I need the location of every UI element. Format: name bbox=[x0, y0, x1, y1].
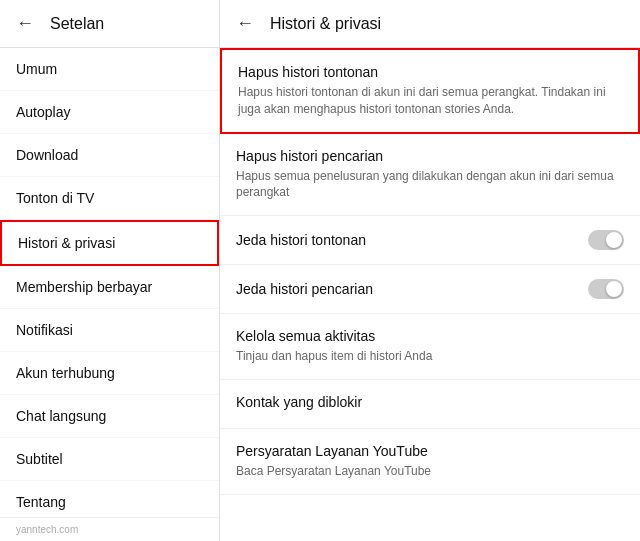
nav-item-akun-terhubung[interactable]: Akun terhubung bbox=[0, 352, 219, 395]
setting-jeda-histori-tontonan[interactable]: Jeda histori tontonan bbox=[220, 216, 640, 265]
right-header: ← Histori & privasi bbox=[220, 0, 640, 48]
left-header: ← Setelan bbox=[0, 0, 219, 48]
left-back-arrow[interactable]: ← bbox=[16, 13, 34, 34]
setting-title-kontak-diblokir: Kontak yang diblokir bbox=[236, 394, 624, 410]
setting-kontak-diblokir[interactable]: Kontak yang diblokir bbox=[220, 380, 640, 429]
setting-desc-persyaratan: Baca Persyaratan Layanan YouTube bbox=[236, 463, 624, 480]
setting-hapus-histori-pencarian[interactable]: Hapus histori pencarian Hapus semua pene… bbox=[220, 134, 640, 217]
setting-title-hapus-tontonan: Hapus histori tontonan bbox=[238, 64, 622, 80]
nav-item-tonton-di-tv[interactable]: Tonton di TV bbox=[0, 177, 219, 220]
setting-jeda-histori-pencarian[interactable]: Jeda histori pencarian bbox=[220, 265, 640, 314]
setting-title-persyaratan: Persyaratan Layanan YouTube bbox=[236, 443, 624, 459]
setting-desc-hapus-tontonan: Hapus histori tontonan di akun ini dari … bbox=[238, 84, 622, 118]
right-panel: ← Histori & privasi Hapus histori tonton… bbox=[220, 0, 640, 541]
setting-hapus-histori-tontonan[interactable]: Hapus histori tontonan Hapus histori ton… bbox=[220, 48, 640, 134]
setting-desc-kelola-aktivitas: Tinjau dan hapus item di histori Anda bbox=[236, 348, 624, 365]
right-panel-title: Histori & privasi bbox=[270, 15, 381, 33]
nav-item-download[interactable]: Download bbox=[0, 134, 219, 177]
toggle-jeda-tontonan[interactable] bbox=[588, 230, 624, 250]
right-content: Hapus histori tontonan Hapus histori ton… bbox=[220, 48, 640, 541]
nav-item-chat-langsung[interactable]: Chat langsung bbox=[0, 395, 219, 438]
setting-title-jeda-tontonan: Jeda histori tontonan bbox=[236, 232, 366, 248]
setting-persyaratan-layanan[interactable]: Persyaratan Layanan YouTube Baca Persyar… bbox=[220, 429, 640, 495]
nav-item-histori-privasi[interactable]: Histori & privasi bbox=[0, 220, 219, 266]
nav-item-subtitel[interactable]: Subtitel bbox=[0, 438, 219, 481]
setting-kelola-aktivitas[interactable]: Kelola semua aktivitas Tinjau dan hapus … bbox=[220, 314, 640, 380]
setting-title-hapus-pencarian: Hapus histori pencarian bbox=[236, 148, 624, 164]
nav-item-notifikasi[interactable]: Notifikasi bbox=[0, 309, 219, 352]
setting-title-kelola-aktivitas: Kelola semua aktivitas bbox=[236, 328, 624, 344]
right-back-arrow[interactable]: ← bbox=[236, 13, 254, 34]
nav-item-membership[interactable]: Membership berbayar bbox=[0, 266, 219, 309]
nav-item-umum[interactable]: Umum bbox=[0, 48, 219, 91]
setting-desc-hapus-pencarian: Hapus semua penelusuran yang dilakukan d… bbox=[236, 168, 624, 202]
nav-item-tentang[interactable]: Tentang bbox=[0, 481, 219, 517]
left-footer: yanntech.com bbox=[0, 517, 219, 541]
nav-item-autoplay[interactable]: Autoplay bbox=[0, 91, 219, 134]
left-panel-title: Setelan bbox=[50, 15, 104, 33]
setting-title-jeda-pencarian: Jeda histori pencarian bbox=[236, 281, 373, 297]
left-panel: ← Setelan Umum Autoplay Download Tonton … bbox=[0, 0, 220, 541]
nav-list: Umum Autoplay Download Tonton di TV Hist… bbox=[0, 48, 219, 517]
toggle-jeda-pencarian[interactable] bbox=[588, 279, 624, 299]
